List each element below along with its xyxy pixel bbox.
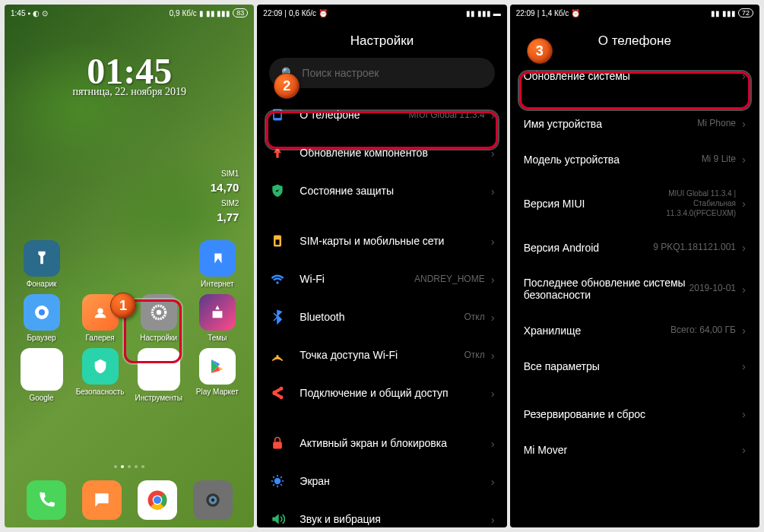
about-row[interactable]: Имя устройстваMi Phone› — [510, 106, 759, 141]
chevron-right-icon: › — [491, 475, 495, 488]
app-play-store[interactable]: Play Маркет — [191, 348, 243, 402]
camera-app[interactable] — [193, 480, 233, 520]
settings-panel: 22:09 | 0,6 Кб/с ⏰ ▮▮ ▮▮▮ ▬ Настройки 🔍 … — [257, 5, 506, 527]
row-value: MIUI Global 11.3.4 | Стабильная 11.3.4.0… — [629, 188, 736, 218]
app-security[interactable]: Безопасность — [74, 348, 126, 402]
settings-row[interactable]: Экран› — [257, 462, 506, 500]
app-themes[interactable]: Темы — [191, 294, 243, 342]
chevron-right-icon: › — [742, 197, 746, 210]
row-value: Всего: 64,00 ГБ — [670, 325, 736, 337]
sim-balance-widget[interactable]: SIM114,70 SIM21,77 — [211, 168, 239, 224]
alarm-icon: ⏰ — [319, 9, 328, 17]
chevron-right-icon: › — [491, 437, 495, 450]
about-list: Обновление системы›Имя устройстваMi Phon… — [510, 58, 759, 467]
gear-icon — [141, 294, 177, 331]
about-row[interactable]: Резервирование и сброс› — [510, 396, 759, 432]
settings-row[interactable]: BluetoothОткл› — [257, 298, 506, 336]
about-row[interactable]: Mi Mover› — [510, 432, 759, 467]
messages-app[interactable] — [82, 480, 122, 520]
row-label: Обновление компонентов — [300, 147, 484, 159]
chevron-right-icon: › — [742, 117, 746, 130]
homescreen-panel: 1:45 ▪ ◐ ⊙ 0,9 Кб/с ▮ ▮▮ ▮▮▮ 83 01:45 пя… — [5, 5, 254, 527]
app-label: Play Маркет — [196, 388, 239, 396]
battery-icon: 72 — [738, 8, 753, 17]
settings-row[interactable]: Точка доступа Wi-FiОткл› — [257, 336, 506, 374]
app-google-folder[interactable]: Google — [15, 348, 68, 402]
browser-icon — [24, 294, 60, 331]
app-internet[interactable]: Интернет — [191, 240, 243, 288]
chevron-right-icon: › — [742, 359, 746, 372]
about-row[interactable]: Обновление системы› — [510, 58, 759, 93]
row-label: Модель устройства — [524, 154, 702, 166]
row-label: Резервирование и сброс — [524, 408, 736, 420]
clock-date: пятница, 22. ноября 2019 — [72, 86, 185, 98]
clock-widget[interactable]: 01:45 пятница, 22. ноября 2019 — [72, 50, 185, 98]
step-badge-3: 3 — [527, 38, 553, 64]
app-browser[interactable]: Браузер — [15, 294, 68, 342]
phone-info-icon — [269, 106, 286, 123]
hotspot-icon — [269, 347, 286, 363]
svg-point-1 — [39, 309, 45, 315]
row-value: ANDREY_HOME — [414, 274, 485, 284]
lock-icon — [269, 435, 286, 451]
settings-row[interactable]: Wi-FiANDREY_HOME› — [257, 260, 506, 298]
row-label: Звук и вибрация — [300, 513, 484, 525]
settings-row[interactable]: Подключение и общий доступ› — [257, 374, 506, 412]
search-input[interactable]: 🔍 Поиск настроек — [269, 58, 494, 88]
chevron-right-icon: › — [491, 273, 495, 286]
app-settings[interactable]: Настройки — [132, 294, 185, 342]
settings-row[interactable]: Обновление компонентов› — [257, 134, 506, 172]
alarm-icon: ⏰ — [571, 9, 580, 17]
about-row[interactable]: Модель устройстваMi 9 Lite› — [510, 141, 759, 177]
row-label: Версия MIUI — [524, 198, 629, 210]
row-label: Версия Android — [524, 242, 654, 254]
settings-row[interactable]: Состояние защиты› — [257, 172, 506, 210]
chevron-right-icon: › — [491, 311, 495, 324]
about-phone-panel: 22:09 | 1,4 Кб/с ⏰ ▮▮ ▮▮▮ 72 О телефоне … — [510, 5, 759, 527]
app-label: Инструменты — [135, 394, 182, 402]
row-label: Активный экран и блокировка — [300, 437, 484, 449]
row-label: Последнее обновление системы безопасност… — [524, 277, 690, 301]
row-label: Все параметры — [524, 360, 736, 372]
status-time: 22:09 — [263, 9, 282, 17]
sound-icon — [269, 511, 286, 527]
sim-icon — [269, 233, 286, 249]
chevron-right-icon: › — [491, 349, 495, 362]
row-label: SIM-карты и мобильные сети — [300, 235, 484, 247]
settings-row[interactable]: Активный экран и блокировка› — [257, 424, 506, 462]
about-row[interactable]: ХранилищеВсего: 64,00 ГБ› — [510, 312, 759, 348]
row-label: Точка доступа Wi-Fi — [300, 349, 464, 361]
row-label: Имя устройства — [524, 118, 698, 130]
about-row[interactable]: Версия MIUIMIUI Global 11.3.4 | Стабильн… — [510, 177, 759, 230]
row-label: Wi-Fi — [300, 273, 414, 285]
display-icon — [269, 473, 286, 489]
chevron-right-icon: › — [742, 283, 746, 296]
about-row[interactable]: Версия Android9 PKQ1.181121.001› — [510, 230, 759, 265]
chevron-right-icon: › — [742, 241, 746, 254]
about-row[interactable]: Последнее обновление системы безопасност… — [510, 265, 759, 312]
themes-icon — [199, 294, 236, 331]
chevron-right-icon: › — [742, 443, 746, 456]
app-label: Интернет — [201, 280, 234, 288]
settings-row[interactable]: SIM-карты и мобильные сети› — [257, 222, 506, 260]
app-label: Настройки — [140, 334, 177, 342]
svg-point-12 — [211, 499, 214, 502]
sim2-value: 1,77 — [217, 211, 239, 223]
app-tools-folder[interactable]: Инструменты — [132, 348, 185, 402]
chrome-app[interactable] — [138, 480, 177, 520]
app-flashlight[interactable]: Фонарик — [15, 240, 68, 288]
row-label: Экран — [300, 475, 484, 487]
settings-row[interactable]: Звук и вибрация› — [257, 500, 506, 527]
app-label: Галерея — [85, 334, 114, 342]
sim1-value: 14,70 — [211, 181, 239, 194]
row-value: MIUI Global 11.3.4 — [409, 109, 485, 120]
phone-app[interactable] — [27, 480, 66, 520]
row-value: Mi 9 Lite — [702, 154, 736, 166]
settings-list: О телефонеMIUI Global 11.3.4›Обновление … — [257, 96, 506, 527]
settings-row[interactable]: О телефонеMIUI Global 11.3.4› — [257, 96, 506, 134]
status-bar: 22:09 | 0,6 Кб/с ⏰ ▮▮ ▮▮▮ ▬ — [257, 5, 506, 21]
about-row[interactable]: Все параметры› — [510, 348, 759, 384]
folder-icon — [138, 348, 180, 391]
search-placeholder: Поиск настроек — [302, 67, 379, 79]
signal-icon: ▮▮ ▮▮▮ — [466, 9, 491, 17]
